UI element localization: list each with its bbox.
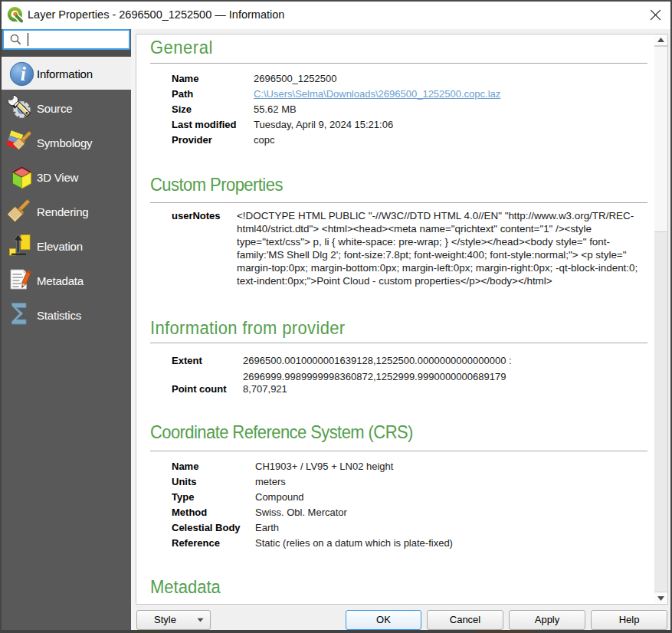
- svg-text:i: i: [21, 64, 26, 84]
